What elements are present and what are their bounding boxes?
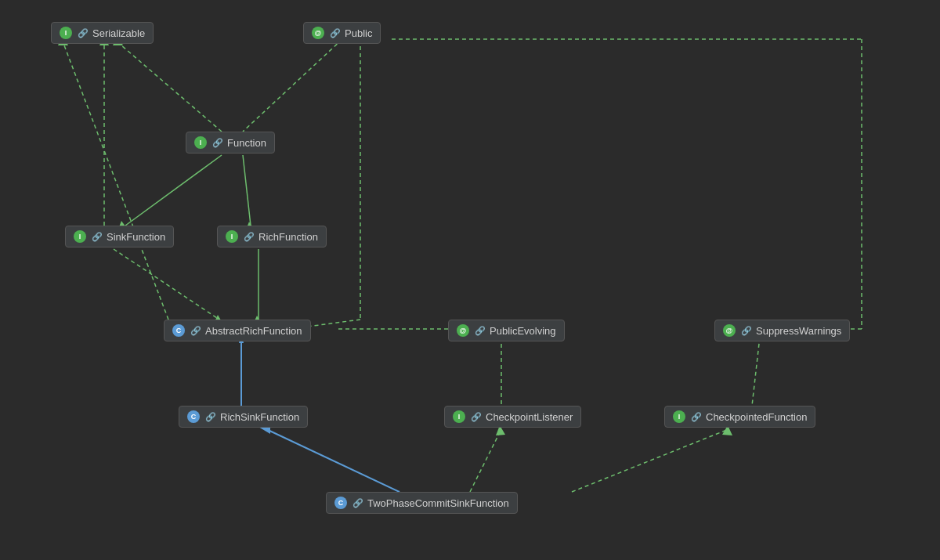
svg-line-4 xyxy=(64,45,168,320)
node-publicevolving[interactable]: @ 🔗 PublicEvolving xyxy=(448,320,565,341)
badge-public: @ xyxy=(312,27,324,39)
node-suppresswarnings[interactable]: @ 🔗 SuppressWarnings xyxy=(714,320,850,341)
node-checkpointedfunction[interactable]: I 🔗 CheckpointedFunction xyxy=(664,406,815,428)
svg-line-19 xyxy=(266,429,400,492)
link-icon-suppresswarnings: 🔗 xyxy=(741,326,752,336)
label-richsinkfunction: RichSinkFunction xyxy=(220,411,299,423)
link-icon-twophasecommitsinkfunction: 🔗 xyxy=(352,498,363,508)
link-icon-sinkfunction: 🔗 xyxy=(92,232,103,242)
link-icon-serializable: 🔗 xyxy=(78,28,89,38)
svg-line-13 xyxy=(114,249,219,320)
label-twophasecommitsinkfunction: TwoPhaseCommitSinkFunction xyxy=(367,497,509,509)
link-icon-checkpointlistener: 🔗 xyxy=(471,412,482,422)
node-serializable[interactable]: I 🔗 Serializable xyxy=(51,22,154,44)
node-richsinkfunction[interactable]: C 🔗 RichSinkFunction xyxy=(179,406,308,428)
link-icon-public: 🔗 xyxy=(330,28,341,38)
link-icon-richsinkfunction: 🔗 xyxy=(205,412,216,422)
label-public: Public xyxy=(345,27,372,39)
arrows-svg xyxy=(0,0,940,560)
link-icon-function: 🔗 xyxy=(212,138,223,148)
svg-line-26 xyxy=(752,337,760,406)
diagram-canvas: I 🔗 Serializable @ 🔗 Public I 🔗 Function… xyxy=(0,0,940,560)
svg-line-11 xyxy=(243,155,251,226)
link-icon-checkpointedfunction: 🔗 xyxy=(691,412,702,422)
badge-richfunction: I xyxy=(226,230,238,243)
label-sinkfunction: SinkFunction xyxy=(107,231,165,243)
label-abstractrichfunction: AbstractRichFunction xyxy=(205,325,302,337)
link-icon-abstractrichfunction: 🔗 xyxy=(190,326,201,336)
link-icon-richfunction: 🔗 xyxy=(244,232,255,242)
node-function[interactable]: I 🔗 Function xyxy=(186,132,275,154)
badge-publicevolving: @ xyxy=(457,324,469,337)
badge-checkpointedfunction: I xyxy=(673,410,685,423)
badge-richsinkfunction: C xyxy=(187,410,200,423)
node-checkpointlistener[interactable]: I 🔗 CheckpointListener xyxy=(444,406,581,428)
node-public[interactable]: @ 🔗 Public xyxy=(303,22,381,44)
svg-line-2 xyxy=(121,45,222,132)
node-abstractrichfunction[interactable]: C 🔗 AbstractRichFunction xyxy=(164,320,311,341)
label-richfunction: RichFunction xyxy=(258,231,318,243)
label-publicevolving: PublicEvolving xyxy=(490,325,556,337)
badge-suppresswarnings: @ xyxy=(723,324,736,337)
label-function: Function xyxy=(227,137,266,149)
label-checkpointlistener: CheckpointListener xyxy=(486,411,573,423)
svg-line-21 xyxy=(470,429,501,492)
label-serializable: Serializable xyxy=(92,27,145,39)
link-icon-publicevolving: 🔗 xyxy=(475,326,486,336)
label-suppresswarnings: SuppressWarnings xyxy=(756,325,841,337)
badge-function: I xyxy=(194,136,207,149)
node-sinkfunction[interactable]: I 🔗 SinkFunction xyxy=(65,226,174,247)
badge-abstractrichfunction: C xyxy=(172,324,185,337)
node-richfunction[interactable]: I 🔗 RichFunction xyxy=(217,226,327,247)
badge-sinkfunction: I xyxy=(74,230,86,243)
label-checkpointedfunction: CheckpointedFunction xyxy=(706,411,807,423)
svg-line-23 xyxy=(572,429,728,492)
badge-checkpointlistener: I xyxy=(453,410,465,423)
svg-line-9 xyxy=(125,155,222,226)
svg-line-6 xyxy=(243,39,342,132)
node-twophasecommitsinkfunction[interactable]: C 🔗 TwoPhaseCommitSinkFunction xyxy=(326,492,518,514)
badge-twophasecommitsinkfunction: C xyxy=(334,497,347,509)
badge-serializable: I xyxy=(60,27,72,39)
